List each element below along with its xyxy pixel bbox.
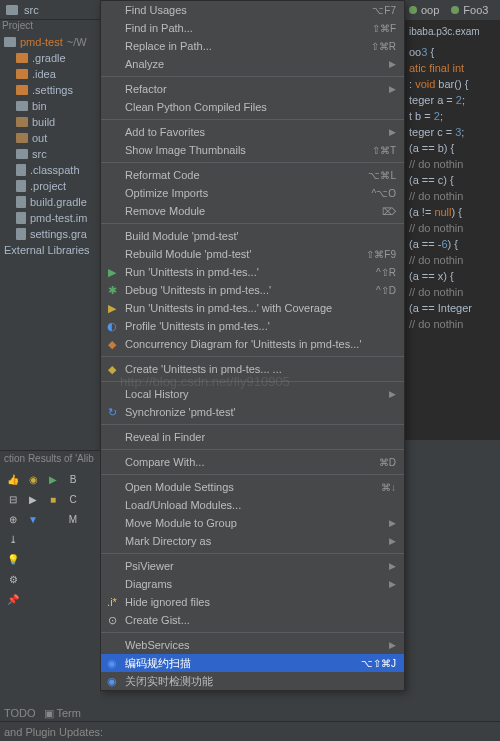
- menu-item[interactable]: Optimize Imports^⌥O: [101, 184, 404, 202]
- terminal-tab[interactable]: ▣ Term: [44, 707, 81, 720]
- menu-item-label: Add to Favorites: [125, 126, 205, 138]
- menu-item[interactable]: ◉编码规约扫描⌥⇧⌘J: [101, 654, 404, 672]
- menu-item-label: Replace in Path...: [125, 40, 212, 52]
- menu-shortcut: ⇧⌘F9: [366, 249, 396, 260]
- external-libraries[interactable]: External Libraries: [0, 242, 100, 258]
- menu-item[interactable]: Load/Unload Modules...: [101, 496, 404, 514]
- menu-item[interactable]: ◆Create 'Unittests in pmd-tes... ...: [101, 360, 404, 378]
- tree-item-label: .classpath: [30, 164, 80, 176]
- play-icon[interactable]: ▶: [44, 470, 62, 488]
- menu-item[interactable]: Move Module to Group▶: [101, 514, 404, 532]
- submenu-arrow-icon: ▶: [389, 536, 396, 546]
- menu-item[interactable]: Reveal in Finder: [101, 428, 404, 446]
- menu-item[interactable]: ◉关闭实时检测功能: [101, 672, 404, 690]
- menu-item-label: Reveal in Finder: [125, 431, 205, 443]
- filter-icon[interactable]: ▼: [24, 510, 42, 528]
- menu-item[interactable]: Add to Favorites▶: [101, 123, 404, 141]
- tree-item[interactable]: build.gradle: [0, 194, 100, 210]
- project-tree[interactable]: pmd-test ~/W .gradle.idea.settingsbinbui…: [0, 34, 100, 258]
- tree-item[interactable]: build: [0, 114, 100, 130]
- code-line: (a == c) {: [409, 172, 496, 188]
- menu-separator: [101, 76, 404, 77]
- menu-item-label: Concurrency Diagram for 'Unittests in pm…: [125, 338, 362, 350]
- menu-item-label: Analyze: [125, 58, 164, 70]
- file-icon: [16, 228, 26, 240]
- breadcrumb-src[interactable]: src: [24, 4, 39, 16]
- menu-item[interactable]: ⊙Create Gist...: [101, 611, 404, 629]
- menu-item[interactable]: Diagrams▶: [101, 575, 404, 593]
- menu-item[interactable]: Show Image Thumbnails⇧⌘T: [101, 141, 404, 159]
- menu-item[interactable]: ▶Run 'Unittests in pmd-tes...'^⇧R: [101, 263, 404, 281]
- tree-item[interactable]: settings.gra: [0, 226, 100, 242]
- menu-item[interactable]: ◐Profile 'Unittests in pmd-tes...': [101, 317, 404, 335]
- bold-icon[interactable]: B: [64, 470, 82, 488]
- menu-item[interactable]: WebServices▶: [101, 636, 404, 654]
- project-panel-label: Project: [2, 20, 33, 31]
- menu-item[interactable]: ▶Run 'Unittests in pmd-tes...' with Cove…: [101, 299, 404, 317]
- expand-icon[interactable]: ⊕: [4, 510, 22, 528]
- menu-item[interactable]: ◆Concurrency Diagram for 'Unittests in p…: [101, 335, 404, 353]
- gear-icon[interactable]: ⚙: [4, 570, 22, 588]
- menu-item-label: Synchronize 'pmd-test': [125, 406, 236, 418]
- tree-item[interactable]: .project: [0, 178, 100, 194]
- tree-item[interactable]: .idea: [0, 66, 100, 82]
- tree-item[interactable]: out: [0, 130, 100, 146]
- tree-item[interactable]: src: [0, 146, 100, 162]
- menu-item[interactable]: Compare With...⌘D: [101, 453, 404, 471]
- menu-item-label: Run 'Unittests in pmd-tes...': [125, 266, 259, 278]
- code-editor[interactable]: ibaba.p3c.exam oo3 {atic final int: void…: [405, 20, 500, 440]
- menu-item[interactable]: Analyze▶: [101, 55, 404, 73]
- thumbs-up-icon[interactable]: 👍: [4, 470, 22, 488]
- menu-item[interactable]: ↻Synchronize 'pmd-test': [101, 403, 404, 421]
- submenu-arrow-icon: ▶: [389, 640, 396, 650]
- folder-icon: [16, 149, 28, 159]
- tree-item[interactable]: .settings: [0, 82, 100, 98]
- breadcrumb-oop[interactable]: oop: [421, 4, 439, 16]
- tree-item-label: build.gradle: [30, 196, 87, 208]
- menu-item-label: Optimize Imports: [125, 187, 208, 199]
- menu-separator: [101, 424, 404, 425]
- folder-icon: [16, 101, 28, 111]
- play2-icon[interactable]: ▶: [24, 490, 42, 508]
- menu-item[interactable]: Replace in Path...⇧⌘R: [101, 37, 404, 55]
- menu-item-label: Reformat Code: [125, 169, 200, 181]
- menu-item[interactable]: Mark Directory as▶: [101, 532, 404, 550]
- menu-item[interactable]: Local History▶: [101, 385, 404, 403]
- code-line: (a == b) {: [409, 140, 496, 156]
- project-root[interactable]: pmd-test ~/W: [0, 34, 100, 50]
- menu-separator: [101, 449, 404, 450]
- export-icon[interactable]: ⤓: [4, 530, 22, 548]
- profile-icon: ◐: [105, 319, 119, 333]
- collapse-icon[interactable]: ⊟: [4, 490, 22, 508]
- menu-item[interactable]: Rebuild Module 'pmd-test'⇧⌘F9: [101, 245, 404, 263]
- menu-item[interactable]: Refactor▶: [101, 80, 404, 98]
- circle-icon[interactable]: ◉: [24, 470, 42, 488]
- bulb-icon[interactable]: 💡: [4, 550, 22, 568]
- folder-icon: [16, 117, 28, 127]
- tree-item[interactable]: .classpath: [0, 162, 100, 178]
- menu-item[interactable]: Remove Module⌦: [101, 202, 404, 220]
- code-line: : void bar() {: [409, 76, 496, 92]
- tree-item[interactable]: pmd-test.im: [0, 210, 100, 226]
- pin-icon[interactable]: 📌: [4, 590, 22, 608]
- folder-c-icon[interactable]: ■: [44, 490, 62, 508]
- menu-item[interactable]: PsiViewer▶: [101, 557, 404, 575]
- editor-tab[interactable]: ibaba.p3c.exam: [409, 24, 496, 40]
- menu-item[interactable]: Find in Path...⇧⌘F: [101, 19, 404, 37]
- menu-item-label: Find Usages: [125, 4, 187, 16]
- menu-item[interactable]: ✱Debug 'Unittests in pmd-tes...'^⇧D: [101, 281, 404, 299]
- menu-shortcut: ^⇧D: [376, 285, 396, 296]
- menu-item[interactable]: Clean Python Compiled Files: [101, 98, 404, 116]
- menu-item[interactable]: Find Usages⌥F7: [101, 1, 404, 19]
- menu-item[interactable]: Build Module 'pmd-test': [101, 227, 404, 245]
- menu-item[interactable]: .i*Hide ignored files: [101, 593, 404, 611]
- menu-item[interactable]: Reformat Code⌥⌘L: [101, 166, 404, 184]
- menu-item-label: Run 'Unittests in pmd-tes...' with Cover…: [125, 302, 332, 314]
- tree-item[interactable]: .gradle: [0, 50, 100, 66]
- menu-item[interactable]: Open Module Settings⌘↓: [101, 478, 404, 496]
- todo-tab[interactable]: TODO: [4, 707, 36, 719]
- oop-icon: [409, 6, 417, 14]
- tree-item[interactable]: bin: [0, 98, 100, 114]
- breadcrumb-foo[interactable]: Foo3: [463, 4, 488, 16]
- menu-shortcut: ⌥⌘L: [368, 170, 396, 181]
